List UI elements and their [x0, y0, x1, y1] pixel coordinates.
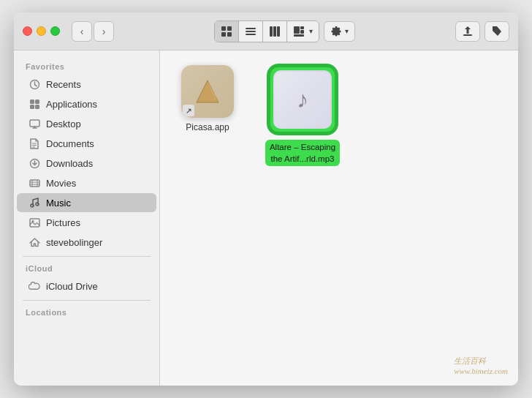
- sidebar-item-desktop[interactable]: Desktop: [17, 114, 156, 133]
- maximize-button[interactable]: [50, 26, 60, 36]
- music-note-icon: ♪: [297, 86, 308, 113]
- sidebar-item-stevebolinger[interactable]: stevebolinger: [17, 233, 156, 252]
- svg-rect-3: [227, 32, 232, 37]
- picasa-file-icon: ↗: [181, 65, 234, 118]
- finder-window: ‹ › ▾: [14, 12, 518, 386]
- sidebar-item-music[interactable]: Music: [17, 193, 156, 212]
- svg-rect-6: [246, 34, 256, 35]
- svg-point-25: [36, 203, 39, 206]
- svg-rect-20: [35, 105, 39, 109]
- svg-rect-19: [30, 105, 34, 109]
- gallery-view-button[interactable]: ▾: [287, 21, 319, 42]
- sidebar-item-downloads[interactable]: Downloads: [17, 154, 156, 173]
- gear-button[interactable]: ▾: [324, 21, 355, 42]
- svg-rect-17: [30, 100, 34, 104]
- svg-rect-14: [463, 34, 472, 36]
- sidebar-item-icloud-drive[interactable]: iCloud Drive: [17, 277, 156, 296]
- mp3-file-icon: ♪: [273, 70, 332, 129]
- file-picasa[interactable]: ↗ Picasa.app: [175, 65, 240, 134]
- nav-buttons: ‹ ›: [72, 21, 114, 42]
- sidebar-item-documents[interactable]: Documents: [17, 134, 156, 153]
- column-view-button[interactable]: [263, 21, 287, 42]
- watermark: 生活百科 www.bimeiz.com: [454, 356, 508, 375]
- svg-rect-23: [30, 180, 39, 187]
- svg-rect-5: [246, 31, 256, 32]
- sidebar-label-pictures: Pictures: [46, 217, 80, 228]
- svg-rect-11: [300, 26, 304, 29]
- close-button[interactable]: [23, 26, 32, 36]
- tag-button[interactable]: [484, 21, 509, 42]
- minimize-button[interactable]: [37, 26, 46, 36]
- share-button[interactable]: [455, 21, 480, 42]
- sidebar-item-pictures[interactable]: Pictures: [17, 213, 156, 232]
- svg-rect-12: [300, 30, 304, 34]
- divider-1: [23, 256, 151, 257]
- picasa-alias-arrow: ↗: [183, 105, 194, 116]
- svg-point-24: [31, 204, 34, 207]
- favorites-label: Favorites: [14, 59, 159, 74]
- sidebar-label-icloud-drive: iCloud Drive: [46, 281, 98, 292]
- svg-rect-21: [30, 120, 39, 127]
- file-mp3[interactable]: ♪ Altare – Escaping the Artif...rld.mp3: [262, 65, 343, 166]
- sidebar-label-stevebolinger: stevebolinger: [46, 237, 102, 248]
- desktop-icon: [28, 118, 40, 129]
- sidebar-label-downloads: Downloads: [46, 158, 93, 169]
- icloud-icon: [28, 280, 40, 292]
- downloads-icon: [28, 157, 40, 169]
- svg-rect-4: [246, 28, 256, 29]
- svg-rect-18: [35, 100, 39, 104]
- watermark-line2: www.bimeiz.com: [454, 367, 508, 375]
- sidebar-item-applications[interactable]: Applications: [17, 94, 156, 113]
- svg-point-15: [494, 29, 495, 30]
- icloud-label: iCloud: [14, 261, 159, 276]
- svg-rect-9: [277, 26, 280, 37]
- recents-icon: [28, 78, 40, 90]
- svg-rect-1: [227, 26, 232, 31]
- sidebar-label-recents: Recents: [46, 79, 81, 90]
- sidebar-item-movies[interactable]: Movies: [17, 173, 156, 192]
- forward-button[interactable]: ›: [94, 21, 114, 42]
- icon-view-button[interactable]: [215, 21, 239, 42]
- list-view-button[interactable]: [239, 21, 263, 42]
- toolbar-center: ▾ ▾: [120, 20, 449, 42]
- divider-2: [23, 300, 151, 301]
- sidebar-label-movies: Movies: [46, 178, 76, 189]
- titlebar: ‹ › ▾: [14, 12, 518, 50]
- svg-rect-2: [221, 32, 226, 37]
- sidebar-label-documents: Documents: [46, 138, 94, 149]
- watermark-line1: 生活百科: [454, 356, 508, 367]
- svg-rect-0: [221, 26, 226, 31]
- movies-icon: [28, 177, 40, 189]
- locations-label: Locations: [14, 305, 159, 320]
- sidebar-item-recents[interactable]: Recents: [17, 75, 156, 94]
- back-button[interactable]: ‹: [72, 21, 92, 42]
- music-icon: [28, 197, 40, 209]
- sidebar-label-desktop: Desktop: [46, 119, 81, 129]
- mp3-file-label: Altare – Escaping the Artif...rld.mp3: [265, 140, 340, 166]
- home-icon: [28, 236, 40, 248]
- pictures-icon: [28, 217, 40, 228]
- svg-rect-13: [294, 34, 304, 37]
- applications-icon: [28, 98, 40, 110]
- main-content: Favorites Recents Applications Desktop: [14, 50, 518, 386]
- svg-rect-7: [270, 26, 273, 37]
- traffic-lights: [23, 26, 60, 36]
- sidebar-label-applications: Applications: [46, 99, 97, 110]
- picasa-file-label: Picasa.app: [186, 122, 229, 134]
- documents-icon: [28, 138, 40, 149]
- svg-rect-8: [273, 26, 276, 37]
- sidebar: Favorites Recents Applications Desktop: [14, 50, 160, 386]
- mp3-highlight-border: ♪: [268, 65, 337, 134]
- svg-rect-10: [294, 26, 300, 34]
- sidebar-label-music: Music: [46, 198, 71, 209]
- toolbar-right: [455, 21, 509, 42]
- file-area: ↗ Picasa.app ♪ Altare – Escaping the Art…: [160, 50, 518, 386]
